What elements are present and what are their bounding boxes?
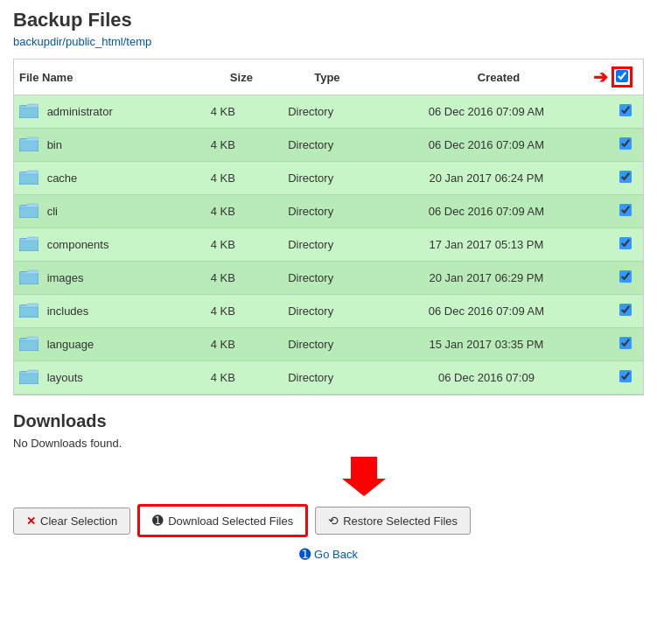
go-back-icon: ➊ <box>299 546 311 563</box>
folder-icon <box>19 302 38 320</box>
clear-selection-label: Clear Selection <box>40 514 117 528</box>
files-data-table: administrator 4 KBDirectory06 Dec 2016 0… <box>14 95 643 395</box>
svg-marker-18 <box>342 457 386 496</box>
file-name-text: administrator <box>47 105 113 118</box>
file-size-cell: 4 KB <box>189 162 256 195</box>
header-checkbox-box <box>612 66 633 88</box>
folder-icon <box>19 368 38 387</box>
row-checkbox[interactable] <box>619 337 632 349</box>
table-row: language 4 KBDirectory15 Jan 2017 03:35 … <box>14 328 643 361</box>
restore-button[interactable]: ⟲ Restore Selected Files <box>315 507 471 535</box>
file-name-text: bin <box>47 138 62 151</box>
file-name-cell: language <box>14 328 189 361</box>
clear-selection-button[interactable]: ✕ Clear Selection <box>13 508 130 535</box>
file-name-cell: administrator <box>14 95 189 129</box>
times-icon: ✕ <box>26 514 36 528</box>
row-checkbox[interactable] <box>619 237 632 249</box>
file-checkbox-cell[interactable] <box>608 361 643 395</box>
folder-icon <box>19 235 38 254</box>
down-arrow-icon <box>342 457 386 496</box>
file-name-cell: layouts <box>14 361 189 395</box>
file-checkbox-cell[interactable] <box>608 195 643 228</box>
row-checkbox[interactable] <box>619 270 632 283</box>
file-name-cell: cli <box>14 195 189 228</box>
file-created-cell: 20 Jan 2017 06:24 PM <box>365 162 608 195</box>
column-header-created: Created <box>415 60 584 95</box>
go-back-link[interactable]: ➊ Go Back <box>299 546 358 563</box>
file-type-cell: Directory <box>256 361 364 395</box>
file-checkbox-cell[interactable] <box>608 262 643 295</box>
table-row: bin 4 KBDirectory06 Dec 2016 07:09 AM <box>14 129 643 162</box>
table-row: cli 4 KBDirectory06 Dec 2016 07:09 AM <box>14 195 643 228</box>
file-type-cell: Directory <box>256 162 364 195</box>
row-checkbox[interactable] <box>619 104 632 116</box>
downloads-section: Downloads No Downloads found. <box>13 411 644 450</box>
red-arrow-icon: ➔ <box>593 66 608 88</box>
files-table-wrapper: File Name Size Type Created ➔ <box>13 59 644 396</box>
folder-icon <box>19 102 38 121</box>
go-back-label: Go Back <box>314 548 358 561</box>
file-checkbox-cell[interactable] <box>608 295 643 328</box>
folder-icon <box>19 136 38 154</box>
file-checkbox-cell[interactable] <box>608 228 643 262</box>
file-type-cell: Directory <box>256 228 364 262</box>
file-type-cell: Directory <box>256 195 364 228</box>
file-type-cell: Directory <box>256 328 364 361</box>
file-name-text: language <box>47 338 94 351</box>
row-checkbox[interactable] <box>619 370 632 382</box>
page-title: Backup Files <box>13 9 644 32</box>
row-checkbox[interactable] <box>619 204 632 216</box>
file-name-text: cli <box>47 205 58 218</box>
downloads-title: Downloads <box>13 411 644 431</box>
column-header-size: Size <box>225 60 309 95</box>
file-created-cell: 17 Jan 2017 05:13 PM <box>365 228 608 262</box>
file-created-cell: 06 Dec 2016 07:09 AM <box>365 295 608 328</box>
file-created-cell: 06 Dec 2016 07:09 AM <box>365 95 608 129</box>
file-name-text: components <box>47 238 109 251</box>
file-type-cell: Directory <box>256 95 364 129</box>
file-type-cell: Directory <box>256 129 364 162</box>
file-name-cell: images <box>14 262 189 295</box>
folder-icon <box>19 269 38 287</box>
file-size-cell: 4 KB <box>189 295 256 328</box>
file-size-cell: 4 KB <box>189 129 256 162</box>
table-row: layouts 4 KBDirectory06 Dec 2016 07:09 <box>14 361 643 395</box>
row-checkbox[interactable] <box>619 137 632 150</box>
row-checkbox[interactable] <box>619 304 632 316</box>
file-created-cell: 06 Dec 2016 07:09 <box>365 361 608 395</box>
folder-icon <box>19 169 38 187</box>
file-checkbox-cell[interactable] <box>608 95 643 129</box>
no-downloads-text: No Downloads found. <box>13 437 644 450</box>
file-type-cell: Directory <box>256 295 364 328</box>
table-row: components 4 KBDirectory17 Jan 2017 05:1… <box>14 228 643 262</box>
table-row: cache 4 KBDirectory20 Jan 2017 06:24 PM <box>14 162 643 195</box>
file-size-cell: 4 KB <box>189 328 256 361</box>
file-created-cell: 06 Dec 2016 07:09 AM <box>365 129 608 162</box>
file-name-text: images <box>47 271 84 284</box>
file-type-cell: Directory <box>256 262 364 295</box>
download-arrow-indicator <box>83 457 644 499</box>
file-checkbox-cell[interactable] <box>608 129 643 162</box>
file-created-cell: 06 Dec 2016 07:09 AM <box>365 195 608 228</box>
file-name-text: cache <box>47 172 78 185</box>
file-name-text: includes <box>47 304 89 318</box>
action-buttons-row: ✕ Clear Selection ➊ Download Selected Fi… <box>13 504 644 537</box>
row-checkbox[interactable] <box>619 171 632 183</box>
folder-icon <box>19 335 38 354</box>
table-scroll-area[interactable]: administrator 4 KBDirectory06 Dec 2016 0… <box>14 95 643 395</box>
file-size-cell: 4 KB <box>189 195 256 228</box>
file-name-cell: cache <box>14 162 189 195</box>
column-header-name: File Name <box>14 60 225 95</box>
header-checkbox-cell: ➔ <box>583 60 643 95</box>
file-name-text: layouts <box>47 371 83 384</box>
file-checkbox-cell[interactable] <box>608 328 643 361</box>
file-checkbox-cell[interactable] <box>608 162 643 195</box>
breadcrumb: backupdir/public_html/temp <box>13 35 644 48</box>
restore-icon: ⟲ <box>328 514 339 528</box>
download-label: Download Selected Files <box>168 514 293 528</box>
download-button[interactable]: ➊ Download Selected Files <box>137 504 308 537</box>
go-back-row: ➊ Go Back <box>13 546 644 563</box>
column-header-type: Type <box>309 60 414 95</box>
restore-label: Restore Selected Files <box>343 514 458 528</box>
select-all-checkbox[interactable] <box>616 70 628 82</box>
